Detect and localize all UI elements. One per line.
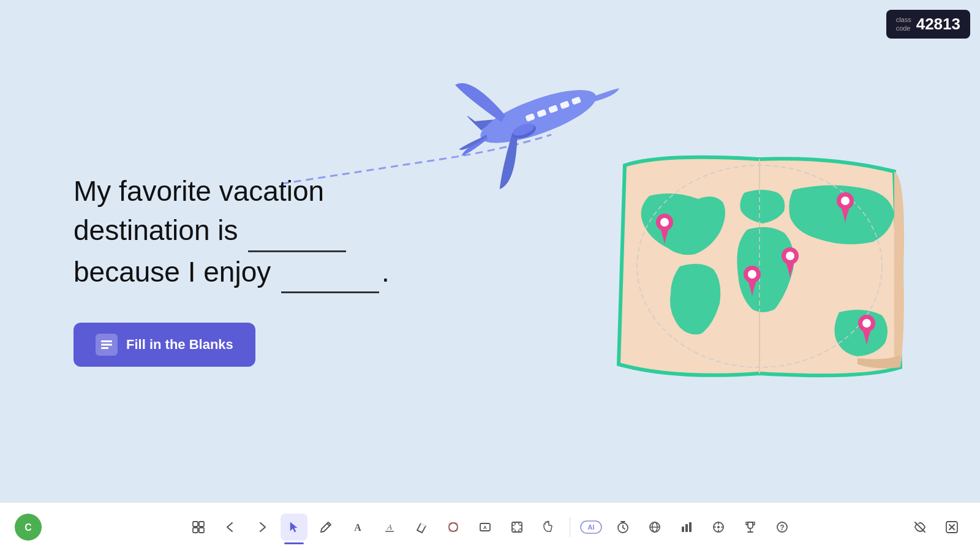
trophy-tool[interactable] [737, 514, 764, 541]
pen-tool[interactable] [312, 514, 339, 541]
svg-rect-46 [685, 524, 688, 532]
toolbar: C A [0, 502, 980, 551]
globe-tool[interactable] [641, 514, 668, 541]
svg-rect-47 [689, 522, 692, 532]
svg-rect-29 [199, 528, 204, 533]
svg-point-34 [449, 523, 458, 531]
text-style-tool[interactable]: A [376, 514, 403, 541]
fitb-icon [96, 334, 118, 356]
svg-text:A: A [483, 525, 487, 530]
timer-tool[interactable] [609, 514, 636, 541]
svg-rect-38 [512, 522, 522, 532]
back-button[interactable] [217, 514, 244, 541]
svg-text:AI: AI [587, 523, 594, 531]
svg-text:A: A [354, 522, 361, 533]
svg-point-16 [786, 252, 794, 260]
svg-rect-45 [682, 527, 684, 532]
class-code-number: 42813 [916, 15, 960, 34]
text-tool[interactable]: A [344, 514, 371, 541]
svg-rect-21 [101, 340, 112, 342]
pointer-tool[interactable] [281, 514, 307, 541]
fitb-button-label: Fill in the Blanks [126, 337, 233, 353]
svg-rect-28 [193, 528, 198, 533]
class-code-badge: class code 42813 [886, 10, 970, 39]
grid-icon[interactable] [185, 514, 212, 541]
ai-tool[interactable]: AI [578, 514, 605, 541]
svg-point-20 [862, 319, 871, 328]
svg-point-18 [841, 197, 850, 205]
blank-1 [248, 211, 346, 252]
fill-in-blanks-button[interactable]: Fill in the Blanks [74, 323, 255, 367]
help-button[interactable]: ? [769, 514, 796, 541]
main-text: My favorite vacation destination is beca… [74, 171, 390, 293]
svg-text:C: C [24, 522, 32, 533]
eraser-tool[interactable] [408, 514, 435, 541]
svg-point-12 [660, 218, 669, 227]
svg-text:?: ? [780, 523, 784, 532]
map-illustration [600, 147, 919, 404]
shape-tool[interactable] [440, 514, 467, 541]
hide-button[interactable] [907, 514, 933, 541]
toolbar-divider-1 [570, 517, 570, 537]
svg-line-33 [421, 523, 426, 526]
svg-rect-26 [193, 522, 198, 527]
svg-rect-27 [199, 522, 204, 527]
svg-rect-22 [101, 344, 112, 346]
main-area: class code 42813 [0, 0, 980, 502]
svg-text:A: A [386, 522, 392, 531]
hand-tool[interactable] [535, 514, 562, 541]
text-box-tool[interactable]: A [472, 514, 499, 541]
svg-rect-23 [101, 347, 108, 349]
toolbar-right-tools [907, 514, 965, 541]
content-area: My favorite vacation destination is beca… [74, 171, 390, 367]
wheel-tool[interactable] [705, 514, 732, 541]
chart-tool[interactable] [673, 514, 700, 541]
class-code-label: class code [896, 16, 911, 32]
svg-point-49 [717, 526, 720, 528]
forward-button[interactable] [249, 514, 276, 541]
blank-2 [281, 252, 379, 293]
toolbar-logo[interactable]: C [15, 514, 42, 541]
close-button[interactable] [938, 514, 965, 541]
svg-point-14 [748, 270, 756, 279]
frame-tool[interactable] [503, 514, 530, 541]
